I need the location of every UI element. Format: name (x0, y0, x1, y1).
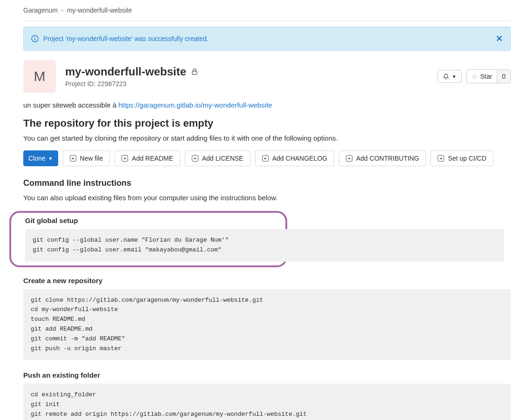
plus-icon: + (438, 155, 444, 162)
star-button[interactable]: ☆ Star (466, 69, 498, 83)
chevron-down-icon: ▼ (48, 156, 53, 161)
highlighted-section: Git global setup git config --global use… (9, 211, 287, 267)
description-link[interactable]: https://garagenum.gitlab.io/my-wonderful… (118, 101, 272, 109)
chevron-right-icon: › (61, 7, 63, 14)
clone-label: Clone (28, 155, 46, 162)
code-section-label: Create a new repository (23, 277, 511, 285)
project-id: Project ID: 22987223 (65, 80, 428, 88)
svg-point-1 (34, 37, 35, 38)
code-section: Push an existing folder cd existing_fold… (23, 371, 511, 420)
plus-icon: + (262, 155, 269, 162)
breadcrumb: Garagenum › my-wonderfull-website (23, 0, 511, 20)
lock-icon (191, 68, 198, 75)
plus-icon: + (346, 155, 352, 162)
success-alert: Project 'my-wonderfull-website' was succ… (23, 27, 511, 51)
alert-message: Project 'my-wonderfull-website' was succ… (43, 35, 491, 42)
plus-icon: + (70, 155, 76, 162)
project-avatar: M (23, 60, 56, 93)
code-section: Create a new repository git clone https:… (23, 277, 511, 360)
project-title: my-wonderfull-website (65, 65, 186, 78)
svg-rect-2 (34, 38, 35, 41)
code-block: cd existing_folder git init git remote a… (23, 384, 511, 420)
notification-button[interactable]: ▼ (438, 70, 462, 83)
code-section-label: Push an existing folder (23, 371, 511, 379)
cli-subtitle: You can also upload existing files from … (23, 194, 511, 202)
action-buttons: Clone ▼ + New file + Add README + Add LI… (23, 150, 511, 166)
add-license-button[interactable]: + Add LICENSE (185, 150, 250, 166)
star-button-group: ☆ Star 0 (466, 69, 511, 83)
breadcrumb-root[interactable]: Garagenum (23, 7, 58, 14)
add-changelog-button[interactable]: + Add CHANGELOG (255, 150, 334, 166)
empty-repo-title: The repository for this project is empty (23, 117, 511, 129)
close-icon[interactable]: ✕ (496, 34, 503, 44)
star-label: Star (480, 73, 493, 80)
divider (23, 20, 511, 21)
project-header: M my-wonderfull-website Project ID: 2298… (23, 60, 511, 93)
chevron-down-icon: ▼ (452, 74, 457, 79)
add-readme-button[interactable]: + Add README (115, 150, 180, 166)
bell-icon (443, 73, 449, 80)
breadcrumb-current[interactable]: my-wonderfull-website (67, 7, 132, 14)
code-block: git config --global user.name "Florian d… (25, 229, 504, 262)
empty-repo-subtitle: You can get started by cloning the repos… (23, 134, 511, 142)
cli-title: Command line instructions (23, 178, 511, 188)
setup-cicd-button[interactable]: + Set up CI/CD (431, 150, 493, 166)
code-block: git clone https://gitlab.com/garagenum/m… (23, 289, 511, 360)
plus-icon: + (192, 155, 198, 162)
new-file-button[interactable]: + New file (63, 150, 110, 166)
description-text: un super siteweb accessible à (23, 101, 118, 109)
clone-button[interactable]: Clone ▼ (23, 150, 58, 166)
project-description: un super siteweb accessible à https://ga… (23, 101, 511, 109)
add-contributing-button[interactable]: + Add CONTRIBUTING (339, 150, 426, 166)
svg-rect-3 (192, 71, 197, 75)
info-icon (31, 35, 39, 42)
code-section-label: Git global setup (25, 217, 281, 224)
star-count[interactable]: 0 (497, 69, 511, 83)
plus-icon: + (122, 155, 128, 162)
star-icon: ☆ (472, 73, 478, 80)
